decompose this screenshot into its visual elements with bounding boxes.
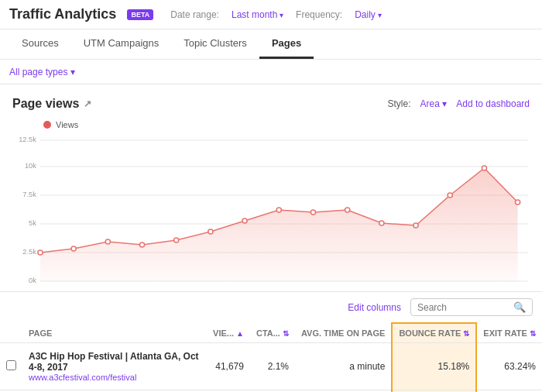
svg-text:0k: 0k (29, 277, 36, 284)
tab-pages[interactable]: Pages (259, 29, 314, 59)
frequency-value[interactable]: Daily (355, 9, 381, 20)
th-bounce-rate[interactable]: BOUNCE RATE ⇅ (392, 323, 476, 343)
th-page: PAGE (22, 323, 207, 343)
chart-point (516, 200, 520, 205)
tab-topic-clusters[interactable]: Topic Clusters (171, 29, 259, 59)
chart-title: Page views ↗ (12, 97, 91, 111)
filter-bar: All page types (0, 60, 542, 84)
chart-controls: Style: Area Add to dashboard (388, 98, 530, 109)
svg-text:12.5k: 12.5k (19, 136, 36, 143)
style-label: Style: (388, 98, 411, 109)
svg-text:10k: 10k (25, 162, 36, 170)
page-type-filter[interactable]: All page types (9, 67, 75, 77)
chart-area-fill (40, 168, 518, 281)
data-table: PAGE VIE... ▲ CTA... ⇅ AVG. TIME ON PAGE… (0, 322, 542, 392)
chart-point (242, 218, 247, 223)
th-exit-rate[interactable]: EXIT RATE ⇅ (476, 323, 542, 343)
row-exit-rate: 63.24% (476, 343, 542, 390)
page-url[interactable]: www.a3cfestival.com/festival (29, 373, 201, 382)
th-views[interactable]: VIE... ▲ (207, 323, 250, 343)
nav-tabs: Sources UTM Campaigns Topic Clusters Pag… (0, 29, 542, 60)
chart-point (345, 208, 350, 212)
chart-point (448, 193, 452, 198)
row-avg-time: a minute (295, 343, 392, 390)
chart-point (71, 246, 76, 251)
row-page: A3C Hip Hop Festival | Atlanta GA, Oct 4… (22, 343, 207, 390)
row-checkbox[interactable] (0, 343, 22, 390)
sort-arrow-cta: ⇅ (283, 329, 289, 338)
th-cta[interactable]: CTA... ⇅ (250, 323, 295, 343)
tab-sources[interactable]: Sources (9, 29, 71, 59)
frequency-label: Frequency: (296, 9, 342, 20)
app-header: Traffic Analytics BETA Date range: Last … (0, 0, 542, 29)
chart-point (139, 242, 144, 247)
svg-text:7.5k: 7.5k (22, 191, 36, 198)
chart-point (38, 250, 43, 255)
chart-legend: Views (43, 120, 530, 129)
page-name: A3C Hip Hop Festival | Atlanta GA, Oct 4… (29, 351, 201, 373)
date-range-value[interactable]: Last month (232, 9, 283, 20)
app-title: Traffic Analytics (9, 6, 116, 22)
search-icon: 🔍 (513, 301, 526, 313)
edit-columns-btn[interactable]: Edit columns (348, 302, 401, 313)
sort-arrow-views: ▲ (236, 329, 244, 338)
row-bounce-rate: 15.18% (392, 343, 476, 390)
table-toolbar: Edit columns 🔍 (0, 292, 542, 322)
chart-point (276, 208, 281, 212)
table-section: Edit columns 🔍 PAGE VIE... ▲ CTA... ⇅ AV… (0, 292, 542, 392)
svg-text:2.5k: 2.5k (22, 248, 36, 256)
beta-badge: BETA (127, 9, 153, 20)
chart-container: 0k 2.5k 5k 7.5k 10k 12.5k (12, 134, 530, 285)
chart-point (310, 210, 315, 215)
legend-dot (43, 121, 51, 129)
table-row: A3C Hip Hop Festival | Atlanta GA, Oct 4… (0, 343, 542, 390)
search-input[interactable] (417, 302, 510, 313)
sort-arrow-exit: ⇅ (530, 329, 536, 338)
header-controls: Date range: Last month Frequency: Daily (170, 9, 381, 20)
chart-header: Page views ↗ Style: Area Add to dashboar… (12, 97, 530, 111)
chart-point (105, 239, 110, 244)
chart-point (413, 223, 418, 228)
chart-info-icon[interactable]: ↗ (84, 98, 91, 109)
row-views: 41,679 (207, 343, 250, 390)
date-range-label: Date range: (170, 9, 219, 20)
chart-svg: 0k 2.5k 5k 7.5k 10k 12.5k (12, 134, 530, 285)
search-box: 🔍 (410, 298, 533, 316)
sort-arrow-bounce: ⇅ (463, 329, 469, 338)
chart-point (174, 238, 179, 242)
style-selector[interactable]: Area (420, 98, 448, 109)
add-to-dashboard-btn[interactable]: Add to dashboard (456, 98, 530, 109)
legend-label: Views (56, 120, 78, 129)
chart-section: Page views ↗ Style: Area Add to dashboar… (0, 84, 542, 292)
tab-utm-campaigns[interactable]: UTM Campaigns (71, 29, 172, 59)
row-select-checkbox[interactable] (6, 360, 16, 370)
row-cta: 2.1% (250, 343, 295, 390)
chart-point (482, 166, 486, 170)
th-checkbox (0, 323, 22, 343)
svg-text:5k: 5k (29, 219, 36, 227)
th-avg-time: AVG. TIME ON PAGE (295, 323, 392, 343)
chart-point (379, 221, 384, 225)
chart-point (208, 229, 213, 234)
